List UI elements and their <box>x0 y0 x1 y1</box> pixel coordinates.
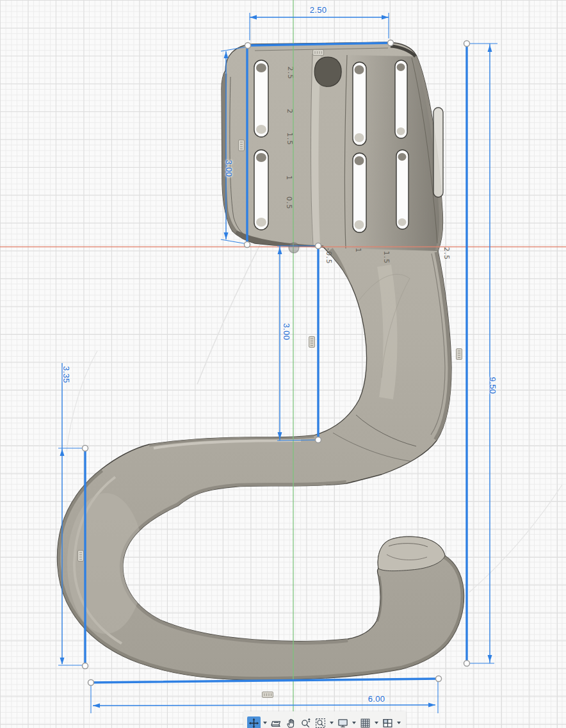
fit-button[interactable] <box>314 716 327 728</box>
model-body[interactable]: 2.521.510.5-0.511.52.5 <box>57 42 464 698</box>
slot-cutout <box>395 60 407 138</box>
fit-dropdown-caret[interactable] <box>330 722 334 724</box>
sketch-point[interactable] <box>316 437 321 443</box>
sketch-point[interactable] <box>83 663 88 669</box>
display-settings-button[interactable] <box>336 716 350 728</box>
orbit-button[interactable] <box>247 716 261 728</box>
sketch-point[interactable] <box>388 40 394 46</box>
ruler-label: 1 <box>354 248 362 253</box>
scale-badge-icon <box>263 692 273 698</box>
zoom-button[interactable] <box>299 716 312 728</box>
slot-cutout <box>396 150 408 229</box>
viewport-canvas[interactable]: 2.521.510.5-0.511.52.5 <box>0 0 566 728</box>
ruler-label: 1 <box>285 175 293 181</box>
display-settings-icon <box>337 718 348 728</box>
hanging-hole <box>314 57 341 86</box>
zoom-icon <box>300 718 311 728</box>
look-at-icon <box>271 718 282 728</box>
display-settings-dropdown-caret[interactable] <box>352 722 356 724</box>
ruler-label: 1.5 <box>382 251 391 264</box>
ruler-label: 1.5 <box>286 133 294 146</box>
sketch-point[interactable] <box>316 243 321 249</box>
dimension-value-total-height[interactable]: 9.50 <box>488 377 497 394</box>
dimension-value-hook-height[interactable]: 3.35 <box>61 366 71 384</box>
orbit-dropdown-caret[interactable] <box>263 722 267 724</box>
sketch-point[interactable] <box>245 242 250 248</box>
slot-cutout <box>254 60 268 137</box>
ruler-label: 2.5 <box>442 247 451 261</box>
sketch-point[interactable] <box>464 41 470 47</box>
fit-icon <box>315 718 326 728</box>
pan-button[interactable] <box>284 716 298 728</box>
ruler-label: 0.5 <box>285 197 293 210</box>
scale-badge-icon <box>239 140 245 151</box>
viewports-icon <box>382 718 393 728</box>
dimension-value-arm-length[interactable]: 3.00 <box>282 323 291 341</box>
viewports-dropdown-caret[interactable] <box>397 722 401 724</box>
orbit-icon <box>248 718 259 728</box>
sketch-point[interactable] <box>464 661 470 667</box>
sketch-point[interactable] <box>436 676 442 682</box>
scale-badge-icon <box>78 551 84 562</box>
dimension-value-total-width[interactable]: 6.00 <box>368 694 385 704</box>
sketch-point[interactable] <box>88 680 94 686</box>
origin-point[interactable] <box>289 243 299 253</box>
slot-cutout <box>254 150 268 230</box>
ruler-label: 2 <box>286 109 294 114</box>
grid-and-snaps-button[interactable] <box>359 716 372 728</box>
sketch-point[interactable] <box>245 43 251 49</box>
pan-icon <box>286 718 296 728</box>
grid-and-snaps-dropdown-caret[interactable] <box>375 722 378 724</box>
slot-cutout <box>353 153 366 232</box>
scale-badge-icon <box>309 337 315 348</box>
dimension-top-width[interactable] <box>250 13 389 40</box>
cad-viewport: { "app": {"view_name": "fusion-model-vie… <box>0 0 566 728</box>
look-at-button[interactable] <box>270 716 283 728</box>
scale-badge-icon <box>313 50 324 56</box>
grid-icon <box>360 718 371 728</box>
slot-cutout <box>433 108 443 197</box>
navigation-toolbar <box>243 711 406 728</box>
scale-badge-icon <box>457 349 462 360</box>
viewports-button[interactable] <box>381 716 394 728</box>
dimension-value-plate-height[interactable]: 3.00 <box>224 160 234 177</box>
slot-cutout <box>353 62 366 145</box>
sketch-point[interactable] <box>83 446 88 451</box>
dimension-value-top-width[interactable]: 2.50 <box>310 5 327 15</box>
ruler-label: -0.5 <box>325 248 333 264</box>
